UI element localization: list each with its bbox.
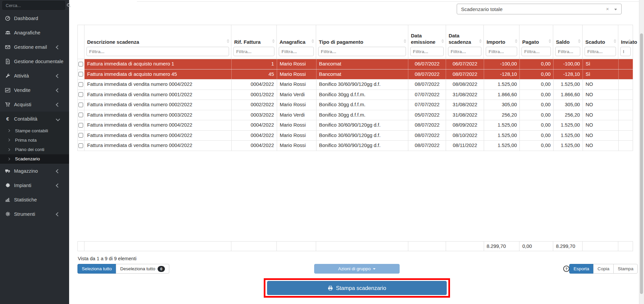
row-checkbox[interactable] [78, 133, 83, 138]
row-checkbox[interactable] [78, 72, 83, 77]
column-header-anagrafica[interactable]: Anagrafica [277, 25, 316, 59]
search-input[interactable] [3, 3, 66, 8]
print-schedule-button[interactable]: Stampa scadenzario [267, 281, 447, 295]
chevron-down-icon[interactable] [614, 9, 617, 10]
wrench-icon [5, 73, 11, 78]
table-row[interactable]: Fattura immediata di vendita numero 0001… [78, 90, 633, 100]
sidebar-item-acquisti[interactable]: Acquisti [0, 97, 69, 112]
sidebar-item-attivita[interactable]: Attività [0, 68, 69, 83]
puzzle-icon [5, 183, 11, 188]
filter-input-anagrafica[interactable] [279, 47, 314, 56]
filter-input-rif[interactable] [233, 47, 274, 56]
filter-input-importo[interactable] [486, 47, 517, 56]
cell-scadenza: 08/11/2022 [446, 141, 484, 151]
cell-tipo: Bonifico 30gg d.f.f.m. [316, 100, 409, 110]
truck-icon [5, 168, 11, 173]
column-header-emissione[interactable]: Data emissione [408, 25, 446, 59]
column-header-scaduto[interactable]: Scaduto [583, 25, 618, 59]
column-header-descrizione[interactable]: Descrizione scadenza [84, 25, 231, 59]
cell-pagato: 0,00 [520, 131, 554, 141]
sidebar-item-dashboard[interactable]: Dashboard [0, 11, 69, 25]
cell-tipo: Bonifico 30/60/90/120gg d.f. [316, 131, 409, 141]
scrollbar-thumb[interactable] [640, 33, 643, 294]
row-checkbox[interactable] [78, 62, 83, 66]
column-title[interactable]: Rif. Fattura [231, 25, 276, 45]
cell-emissione: 08/07/2022 [408, 80, 446, 90]
table-row[interactable]: Fattura immediata di vendita numero 0004… [78, 80, 633, 90]
table-row[interactable]: Fattura immediata di vendita numero 0003… [78, 110, 633, 121]
sidebar-subitem-scadenzario[interactable]: Scadenzario [0, 154, 69, 164]
search-icon[interactable] [66, 3, 71, 8]
copy-button[interactable]: Copia [593, 264, 614, 274]
table-row[interactable]: Fattura immediata di vendita numero 0004… [78, 141, 633, 151]
cell-pagato: 0,00 [520, 69, 554, 80]
sidebar-item-anagrafiche[interactable]: Anagrafiche [0, 25, 69, 40]
sidebar-item-statistiche[interactable]: Statistiche [0, 192, 69, 207]
column-title[interactable]: Descrizione scadenza [84, 25, 231, 45]
sidebar-item-gestione-email[interactable]: Gestione email [0, 40, 69, 54]
report-type-value: Scadenzario totale [457, 6, 621, 12]
cell-tipo: Bonifico 30/60/90/120gg d.f. [316, 141, 409, 151]
column-header-rif[interactable]: Rif. Fattura [231, 25, 277, 59]
report-type-select[interactable]: Scadenzario totale × [457, 4, 622, 14]
row-checkbox[interactable] [78, 123, 83, 128]
filter-input-tipo[interactable] [318, 47, 406, 56]
filter-input-descrizione[interactable] [86, 47, 229, 56]
export-button[interactable]: Esporta [569, 264, 594, 274]
column-title[interactable]: Data scadenza [446, 25, 484, 45]
filter-input-inviato[interactable] [620, 47, 631, 56]
column-header-pagato[interactable]: Pagato [519, 25, 553, 59]
row-checkbox[interactable] [78, 113, 83, 117]
sidebar-item-gestione-documentale[interactable]: Gestione documentale [0, 54, 69, 68]
sidebar-item-label: Contabilità [14, 116, 37, 122]
row-checkbox[interactable] [78, 82, 83, 87]
filter-input-pagato[interactable] [521, 47, 551, 56]
column-title[interactable]: Anagrafica [277, 25, 316, 45]
sidebar-subitem-piano-dei-conti[interactable]: Piano dei conti [0, 145, 69, 154]
filter-input-emissione[interactable] [410, 47, 444, 56]
sidebar-subitem-stampe-contabili[interactable]: Stampe contabili [0, 126, 69, 135]
column-header-inviato[interactable]: Inviato [618, 25, 633, 59]
sidebar-item-contabilita[interactable]: € Contabilità [0, 112, 69, 126]
column-title[interactable]: Pagato [519, 25, 553, 45]
select-all-button[interactable]: Seleziona tutto [77, 264, 116, 274]
sidebar-subitem-prima-nota[interactable]: Prima nota [0, 135, 69, 145]
chevron-left-icon [56, 88, 60, 93]
column-title[interactable]: Tipo di pagamento [316, 25, 408, 45]
sidebar-item-vendite[interactable]: Vendite [0, 83, 69, 97]
clear-selection-icon[interactable]: × [606, 6, 609, 12]
column-header-importo[interactable]: Importo [484, 25, 519, 59]
row-checkbox[interactable] [78, 143, 83, 148]
table-row[interactable]: Fattura immediata di vendita numero 0004… [78, 131, 633, 141]
group-actions-button[interactable]: Azioni di gruppo [314, 264, 400, 274]
deselect-all-button[interactable]: Deseleziona tutto 0 [116, 264, 169, 274]
sidebar-item-magazzino[interactable]: Magazzino [0, 164, 69, 178]
sidebar-search[interactable] [2, 1, 65, 10]
filter-input-scadenza[interactable] [448, 47, 482, 56]
table-row[interactable]: Fattura immediata di acquisto numero 454… [78, 69, 633, 80]
filter-input-scaduto[interactable] [585, 47, 616, 56]
filter-input-saldo[interactable] [555, 47, 580, 56]
row-checkbox[interactable] [78, 103, 83, 107]
column-title[interactable]: Scaduto [583, 25, 618, 45]
footer-cell-pagato: 0,00 [519, 242, 553, 251]
cell-rif: 0001/2022 [232, 90, 277, 100]
column-header-scadenza[interactable]: Data scadenza [446, 25, 484, 59]
vertical-scrollbar[interactable] [639, 0, 644, 304]
table-row[interactable]: Fattura immediata di vendita numero 0002… [78, 100, 633, 110]
column-title[interactable]: Data emissione [408, 25, 446, 45]
column-header-saldo[interactable]: Saldo [553, 25, 583, 59]
sidebar: Dashboard Anagrafiche Gestione email Ges… [0, 0, 69, 304]
cell-select [78, 59, 84, 69]
table-row[interactable]: Fattura immediata di vendita numero 0004… [78, 120, 633, 131]
table-row[interactable]: Fattura immediata di acquisto numero 11M… [78, 59, 633, 69]
cell-pagato: 0,00 [520, 110, 554, 120]
sidebar-item-impianti[interactable]: Impianti [0, 178, 69, 192]
column-title[interactable]: Importo [484, 25, 519, 45]
help-icon[interactable]: ? [563, 266, 570, 272]
cell-scaduto: Sì [583, 69, 619, 80]
sidebar-item-strumenti[interactable]: Strumenti [0, 207, 69, 221]
column-header-tipo[interactable]: Tipo di pagamento [316, 25, 408, 59]
print-button[interactable]: Stampa [613, 264, 638, 274]
row-checkbox[interactable] [78, 92, 83, 97]
